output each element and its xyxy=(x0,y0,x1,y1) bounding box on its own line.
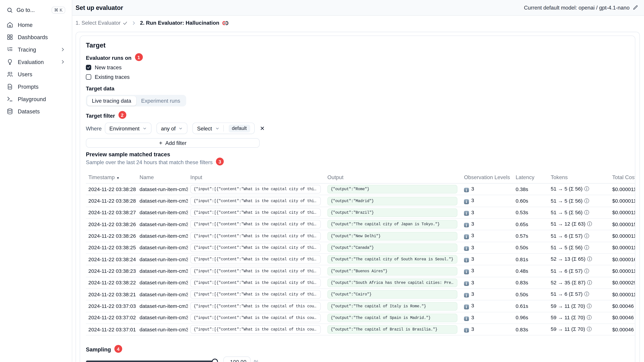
cell-name: dataset-run-item-cm3s4 xyxy=(137,303,188,309)
cell-observation-levels: i3 xyxy=(462,303,513,309)
cell-input[interactable]: {"input":[{"content":"What is the capita… xyxy=(190,290,321,299)
default-model-label: Current default model: openai / gpt-4.1-… xyxy=(524,4,630,11)
sidebar-item-prompts[interactable]: Prompts xyxy=(0,80,72,93)
cell-input[interactable]: {"input":[{"content":"What is the capita… xyxy=(190,314,321,322)
cell-output[interactable]: {"output":"The capital city of South Kor… xyxy=(328,255,458,264)
cell-output[interactable]: {"output":"The capital of Italy is Rome.… xyxy=(328,302,458,311)
info-circle-icon: ⓘ xyxy=(584,268,589,274)
filter-value-select[interactable]: Select default xyxy=(192,123,254,134)
plus-icon: + xyxy=(159,140,162,146)
cell-latency: 0.48s xyxy=(513,268,548,274)
sidebar-item-evaluation[interactable]: Evaluation xyxy=(0,56,72,68)
table-row[interactable]: 2024-11-22 03:38:24 dataset-run-item-cm3… xyxy=(86,254,635,266)
sidebar-item-datasets[interactable]: Datasets xyxy=(0,105,72,118)
app-root: Go to... ⌘ K Home Dashboards Tracing Eva… xyxy=(0,0,644,362)
table-row[interactable]: 2024-11-22 03:38:26 dataset-run-item-cm3… xyxy=(86,230,635,242)
cell-output[interactable]: {"output":"Cairo"} xyxy=(328,290,458,299)
cell-latency: 0.65s xyxy=(513,221,548,227)
sidebar-item-label: Datasets xyxy=(18,108,40,114)
info-square-icon: i xyxy=(464,235,469,239)
default-model-indicator: Current default model: openai / gpt-4.1-… xyxy=(524,4,638,11)
sidebar-item-home[interactable]: Home xyxy=(0,18,72,31)
sampling-value-input[interactable] xyxy=(223,357,250,362)
cell-latency: 0.61s xyxy=(513,303,548,309)
sidebar-item-tracing[interactable]: Tracing xyxy=(0,43,72,56)
pencil-icon[interactable] xyxy=(633,5,638,10)
cell-output[interactable]: {"output":"Canada"} xyxy=(328,243,458,252)
remove-filter-button[interactable]: ✕ xyxy=(260,125,265,131)
checkbox-row-existing-traces: Existing traces xyxy=(86,74,635,80)
cell-output[interactable]: {"output":"The capital of Brazil is Bras… xyxy=(328,325,458,334)
cell-output[interactable]: {"output":"Brazil"} xyxy=(328,208,458,217)
table-row[interactable]: 2024-11-22 03:38:23 dataset-run-item-cm3… xyxy=(86,266,635,277)
preview-subtitle: Sample over the last 24 hours that match… xyxy=(86,159,212,165)
filter-operator-select[interactable]: any of xyxy=(156,123,188,134)
cell-timestamp: 2024-11-22 03:38:28 xyxy=(86,186,137,192)
cell-input[interactable]: {"input":[{"content":"What is the capita… xyxy=(190,278,321,287)
cell-output[interactable]: {"output":"New Delhi"} xyxy=(328,232,458,240)
sampling-label: Sampling xyxy=(86,347,111,353)
cell-input[interactable]: {"input":[{"content":"What is the capita… xyxy=(190,232,321,240)
existing-traces-checkbox[interactable] xyxy=(86,74,91,79)
cell-input[interactable]: {"input":[{"content":"What is the capita… xyxy=(190,302,321,311)
col-header-timestamp[interactable]: Timestamp▼ xyxy=(86,174,137,180)
cell-output[interactable]: {"output":"Buenos Aires"} xyxy=(328,267,458,276)
sidebar-item-dashboards[interactable]: Dashboards xyxy=(0,31,72,43)
breadcrumb-step2: 2. Run Evaluator: Hallucination xyxy=(140,20,229,26)
cell-tokens: 59 → 11 (Σ 70)ⓘ xyxy=(548,326,610,333)
add-filter-button[interactable]: + Add filter xyxy=(86,138,260,148)
info-circle-icon: ⓘ xyxy=(584,233,589,239)
cell-input[interactable]: {"input":[{"content":"What is the capita… xyxy=(190,255,321,264)
table-row[interactable]: 2024-11-22 03:38:21 dataset-run-item-cm3… xyxy=(86,289,635,301)
table-row[interactable]: 2024-11-22 03:38:28 dataset-run-item-cm3… xyxy=(86,184,635,195)
keyboard-shortcut-badge: ⌘ K xyxy=(52,6,65,13)
cell-observation-levels: i3 xyxy=(462,221,513,228)
table-row[interactable]: 2024-11-22 03:38:27 dataset-run-item-cm3… xyxy=(86,207,635,219)
table-row[interactable]: 2024-11-22 03:38:22 dataset-run-item-cm3… xyxy=(86,277,635,289)
chevron-down-icon xyxy=(142,126,147,131)
breadcrumb: 1. Select Evaluator 2. Run Evaluator: Ha… xyxy=(76,20,229,26)
tab-live-tracing-data[interactable]: Live tracing data xyxy=(87,96,136,105)
cell-output[interactable]: {"output":"Madrid"} xyxy=(328,197,458,205)
cell-output[interactable]: {"output":"The capital city of Japan is … xyxy=(328,220,458,229)
table-row[interactable]: 2024-11-22 03:37:02 dataset-run-item-cm3… xyxy=(86,312,635,324)
cell-input[interactable]: {"input":[{"content":"What is the capita… xyxy=(190,325,321,334)
cell-timestamp: 2024-11-22 03:38:27 xyxy=(86,210,137,216)
sidebar-item-playground[interactable]: Playground xyxy=(0,93,72,105)
table-row[interactable]: 2024-11-22 03:38:26 dataset-run-item-cm3… xyxy=(86,219,635,230)
cell-input[interactable]: {"input":[{"content":"What is the capita… xyxy=(190,185,321,194)
new-traces-checkbox[interactable] xyxy=(86,65,91,70)
cell-output[interactable]: {"output":"South Africa has three capita… xyxy=(328,278,458,287)
info-circle-icon: ⓘ xyxy=(584,186,589,192)
cell-output[interactable]: {"output":"Rome"} xyxy=(328,185,458,194)
cell-input[interactable]: {"input":[{"content":"What is the capita… xyxy=(190,197,321,205)
table-row[interactable]: 2024-11-22 03:38:25 dataset-run-item-cm3… xyxy=(86,242,635,254)
cell-input[interactable]: {"input":[{"content":"What is the capita… xyxy=(190,208,321,217)
cell-output[interactable]: {"output":"The capital of Spain is Madri… xyxy=(328,314,458,322)
target-data-label: Target data xyxy=(86,85,114,92)
top-bar: Set up evaluator Current default model: … xyxy=(72,0,644,16)
new-traces-label: New traces xyxy=(95,64,122,70)
table-row[interactable]: 2024-11-22 03:38:28 dataset-run-item-cm3… xyxy=(86,195,635,207)
filter-column-select[interactable]: Environment xyxy=(105,123,152,134)
cell-input[interactable]: {"input":[{"content":"What is the capita… xyxy=(190,243,321,252)
tab-experiment-runs[interactable]: Experiment runs xyxy=(136,96,185,105)
cell-name: dataset-run-item-cm3s4 xyxy=(137,327,188,333)
page-title: Set up evaluator xyxy=(76,4,123,11)
slider-thumb[interactable] xyxy=(212,359,218,362)
grid-icon xyxy=(7,34,13,40)
info-circle-icon: ⓘ xyxy=(584,245,589,251)
sidebar-item-users[interactable]: Users xyxy=(0,68,72,80)
cell-input[interactable]: {"input":[{"content":"What is the capita… xyxy=(190,267,321,276)
sidebar-item-label: Users xyxy=(18,71,32,77)
sampling-slider[interactable] xyxy=(86,361,215,362)
table-row[interactable]: 2024-11-22 03:37:03 dataset-run-item-cm3… xyxy=(86,301,635,312)
table-row[interactable]: 2024-11-22 03:37:01 dataset-run-item-cm3… xyxy=(86,324,635,336)
cell-input[interactable]: {"input":[{"content":"What is the capita… xyxy=(190,220,321,229)
cell-total-cost: $0.00046 ( xyxy=(610,303,635,309)
cell-observation-levels: i3 xyxy=(462,268,513,274)
cell-total-cost: $0.000011 ( xyxy=(610,268,635,274)
preview-traces-table: Timestamp▼ Name Input Output Observation… xyxy=(86,171,635,336)
goto-search[interactable]: Go to... ⌘ K xyxy=(4,4,68,16)
breadcrumb-step1[interactable]: 1. Select Evaluator xyxy=(76,20,128,26)
